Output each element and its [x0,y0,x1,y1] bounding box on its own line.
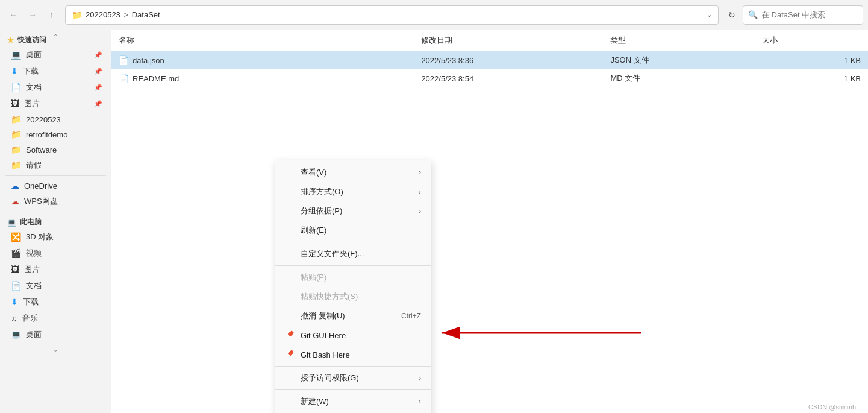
menu-item-label: 粘贴快捷方式(S) [301,291,421,302]
up-button[interactable]: ↑ [43,7,60,24]
folder-icon-20220523: 📁 [11,115,21,124]
desktop-icon: 💻 [11,50,21,60]
folder-icon-qingjia: 📁 [11,160,21,170]
sidebar-item-software[interactable]: 📁 Software [1,142,110,157]
pin-icon: 📌 [94,51,102,59]
sidebar-item-label: retrofitdemo [26,130,67,139]
context-menu-item-git-bash[interactable]: Git Bash Here [275,345,431,364]
sidebar-item-documents2[interactable]: 📄 文档 [1,278,110,294]
file-name: 📄README.md [111,69,414,87]
this-pc-label: 此电脑 [20,217,42,227]
documents-icon: 📄 [11,83,21,92]
col-size-header[interactable]: 大小 [755,30,868,51]
address-path: 20220523 > DataSet [86,10,160,19]
table-row[interactable]: 📄data.json 2022/5/23 8:36 JSON 文件 1 KB [111,51,868,70]
downloads-icon: ⬇ [11,66,18,76]
sidebar-item-label: 桌面 [26,49,42,60]
context-menu-item-git-gui[interactable]: Git GUI Here [275,326,431,345]
sidebar-item-qingjia[interactable]: 📁 请假 [1,157,110,173]
context-menu-item-paste-shortcut: 粘贴快捷方式(S) [275,287,431,306]
sidebar-item-desktop[interactable]: 💻 桌面 📌 [1,47,110,63]
refresh-button[interactable]: ↻ [723,7,740,24]
folder-icon: 📁 [72,10,82,20]
sidebar-item-pictures[interactable]: 🖼 图片 📌 [1,96,110,112]
forward-button[interactable]: → [24,7,41,24]
sidebar-item-label: OneDrive [24,181,57,191]
sidebar-item-desktop2[interactable]: 💻 桌面 [1,327,110,342]
submenu-arrow: › [419,168,421,177]
sidebar-divider-2 [5,212,106,212]
sidebar-item-label: Software [26,145,57,154]
folder-icon-software: 📁 [11,145,21,154]
address-dropdown-button[interactable]: ⌄ [707,11,712,19]
context-menu-item-view[interactable]: 查看(V)› [275,163,431,182]
sidebar-item-label: 音乐 [22,313,38,324]
sidebar-item-label: 下载 [23,66,39,77]
file-date: 2022/5/23 8:36 [414,51,603,70]
sidebar-item-label: WPS网盘 [24,196,58,207]
menu-item-label: 分组依据(P) [301,206,414,216]
submenu-arrow: › [419,207,421,215]
sidebar-item-20220523[interactable]: 📁 20220523 [1,112,110,127]
sidebar-item-video[interactable]: 🎬 视频 [1,245,110,261]
sidebar-item-documents[interactable]: 📄 文档 📌 [1,80,110,95]
sidebar-item-pictures2[interactable]: 🖼 图片 [1,262,110,277]
file-icon: 📄 [119,55,129,65]
sidebar-item-music[interactable]: ♫ 音乐 [1,311,110,326]
sidebar-item-retrofitdemo[interactable]: 📁 retrofitdemo [1,127,110,142]
table-row[interactable]: 📄README.md 2022/5/23 8:54 MD 文件 1 KB [111,69,868,87]
file-type: JSON 文件 [603,51,754,70]
file-type: MD 文件 [603,69,754,87]
path-part2[interactable]: DataSet [132,10,160,19]
context-menu-item-group[interactable]: 分组依据(P)› [275,201,431,221]
main-layout: ⌃ ★ 快速访问 💻 桌面 📌 ⬇ 下载 📌 📄 文档 📌 🖼 图片 📌 📁 [0,30,868,413]
file-date: 2022/5/23 8:54 [414,69,603,87]
submenu-arrow: › [419,188,421,196]
sidebar-item-label: 图片 [24,264,40,275]
sidebar-item-downloads2[interactable]: ⬇ 下载 [1,294,110,310]
search-input[interactable] [761,10,863,19]
menu-item-label: 撤消 复制(U) [301,311,396,321]
file-table: 名称 修改日期 类型 大小 📄data.json 2022/5/23 8:36 … [111,30,868,87]
file-size: 1 KB [755,51,868,70]
path-separator: > [122,10,131,19]
sidebar-item-wps[interactable]: ☁ WPS网盘 [1,194,110,209]
col-type-header[interactable]: 类型 [603,30,754,51]
context-menu-item-undo-copy[interactable]: 撤消 复制(U)Ctrl+Z [275,306,431,326]
search-icon: 🔍 [748,10,758,19]
sidebar-item-label: 图片 [24,98,40,109]
sidebar-scroll-up[interactable]: ⌃ [0,30,111,42]
sidebar-item-3d[interactable]: 🔀 3D 对象 [1,229,110,245]
context-menu: 查看(V)›排序方式(O)›分组依据(P)›刷新(E)自定义文件夹(F)...粘… [275,160,431,413]
sidebar-item-onedrive[interactable]: ☁ OneDrive [1,178,110,193]
context-menu-item-paste: 粘贴(P) [275,268,431,287]
menu-item-label: 授予访问权限(G) [301,373,414,383]
context-menu-item-refresh[interactable]: 刷新(E) [275,221,431,240]
context-menu-separator [275,389,431,390]
sidebar-item-label: 文档 [26,82,42,93]
search-bar[interactable]: 🔍 [743,5,863,25]
git-icon [285,349,296,360]
sidebar-item-label: 视频 [26,248,42,259]
menu-item-label: 自定义文件夹(F)... [301,248,421,259]
context-menu-item-customize[interactable]: 自定义文件夹(F)... [275,244,431,263]
folder-icon-retrofitdemo: 📁 [11,130,21,139]
menu-item-label: 查看(V) [301,167,414,178]
sidebar-item-label: 3D 对象 [26,232,54,242]
context-menu-item-access[interactable]: 授予访问权限(G)› [275,368,431,388]
pictures2-icon: 🖼 [11,265,19,274]
table-header: 名称 修改日期 类型 大小 [111,30,868,51]
context-menu-item-new[interactable]: 新建(W)› [275,392,431,411]
path-part1[interactable]: 20220523 [86,10,120,19]
sidebar-item-label: 桌面 [26,329,42,340]
file-size: 1 KB [755,69,868,87]
sidebar-item-downloads[interactable]: ⬇ 下载 📌 [1,63,110,79]
pin-icon: 📌 [94,100,102,108]
col-name-header[interactable]: 名称 [111,30,414,51]
wps-icon: ☁ [11,197,19,206]
sidebar-scroll-down[interactable]: ⌄ [0,343,111,355]
context-menu-item-sort[interactable]: 排序方式(O)› [275,182,431,201]
file-name: 📄data.json [111,51,414,70]
col-date-header[interactable]: 修改日期 [414,30,603,51]
back-button[interactable]: ← [5,7,22,24]
